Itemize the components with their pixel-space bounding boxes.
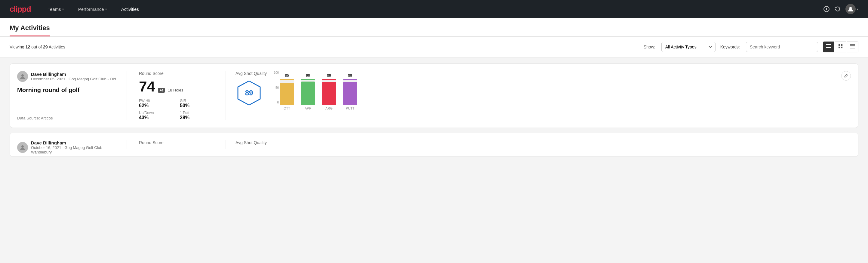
svg-rect-12 <box>850 46 855 46</box>
performance-chevron: ▾ <box>105 7 107 11</box>
nav-icons: ▾ <box>823 4 858 14</box>
round-score-label: Round Score <box>139 71 214 76</box>
quality-chart-area-2: Avg Shot Quality <box>233 140 851 149</box>
y-axis: 100 50 0 <box>272 71 279 104</box>
activity-card-2: Dave Billingham October 16, 2021 · Gog M… <box>10 133 858 157</box>
holes-label: 18 Holes <box>168 88 183 92</box>
nav-teams[interactable]: Teams ▾ <box>45 5 66 13</box>
teams-chevron: ▾ <box>62 7 64 11</box>
toolbar: Viewing 12 out of 29 Activities Show: Al… <box>0 37 868 57</box>
gir-value: 50% <box>180 103 214 108</box>
y-50: 50 <box>276 86 279 89</box>
bar-chart: 100 50 0 85 OTT <box>272 71 832 120</box>
app-bar-track <box>301 79 315 105</box>
putt-value: 89 <box>348 74 352 78</box>
card-left: Dave Billingham December 05, 2021 · Gog … <box>17 71 119 120</box>
score-badge: +4 <box>158 88 165 93</box>
user-avatar <box>17 71 28 82</box>
card-user: Dave Billingham December 05, 2021 · Gog … <box>17 71 119 82</box>
page-header: My Activities <box>0 18 868 37</box>
grid-view-button[interactable] <box>835 41 846 52</box>
arg-bar-track <box>322 79 336 105</box>
updown-stat: Up/Down 43% <box>139 111 173 120</box>
hex-container: 89 <box>236 80 262 107</box>
arg-value: 89 <box>327 74 331 78</box>
stat-grid: FW Hit 62% GIR 50% Up/Down 43% 1 Putt 28… <box>139 99 214 120</box>
card-user-2: Dave Billingham October 16, 2021 · Gog M… <box>17 140 119 154</box>
quality-section: Avg Shot Quality 89 <box>236 71 267 120</box>
arg-bar-top <box>322 79 336 80</box>
ott-bar-track <box>280 79 294 105</box>
nav-performance[interactable]: Performance ▾ <box>76 5 109 13</box>
arg-bar-fill <box>322 82 336 105</box>
user-menu-button[interactable]: ▾ <box>845 4 858 14</box>
fw-hit-stat: FW Hit 62% <box>139 99 173 108</box>
svg-rect-11 <box>850 44 855 45</box>
svg-rect-14 <box>850 48 855 49</box>
page-title: My Activities <box>10 24 50 36</box>
viewing-count-text: Viewing 12 out of 29 Activities <box>10 45 639 49</box>
putt-bar-top <box>343 79 357 80</box>
putt-bar-track <box>343 79 357 105</box>
show-label: Show: <box>644 45 655 49</box>
svg-rect-13 <box>850 47 855 47</box>
putt-bar-fill <box>343 82 357 105</box>
bar-ott: 85 OTT <box>280 74 294 110</box>
keywords-label: Keywords: <box>720 45 740 49</box>
card-stats-2: Round Score <box>134 140 218 149</box>
y-100: 100 <box>274 71 279 74</box>
data-source: Data Source: Arccos <box>17 112 119 120</box>
card-divider-4 <box>225 140 226 149</box>
card-actions <box>841 71 851 120</box>
teams-label: Teams <box>48 7 61 12</box>
activity-type-select[interactable]: All Activity Types <box>661 42 715 52</box>
refresh-button[interactable] <box>835 6 841 12</box>
one-putt-stat: 1 Putt 28% <box>180 111 214 120</box>
user-name: Dave Billingham <box>31 71 116 77</box>
ott-value: 85 <box>285 74 289 78</box>
ott-bar-fill <box>280 83 294 105</box>
keyword-search-input[interactable] <box>746 42 818 52</box>
y-0: 0 <box>277 101 279 104</box>
user-avatar-2 <box>17 142 28 153</box>
bar-app: 90 APP <box>301 74 315 110</box>
svg-rect-5 <box>826 46 831 46</box>
app-bar-fill <box>301 82 315 105</box>
round-score-row: 74 +4 18 Holes <box>139 80 214 94</box>
card-left-2: Dave Billingham October 16, 2021 · Gog M… <box>17 140 119 149</box>
gir-stat: GIR 50% <box>180 99 214 108</box>
arg-label: ARG <box>326 107 333 110</box>
svg-rect-4 <box>826 44 831 45</box>
activity-name: Morning round of golf <box>17 87 119 94</box>
list-view-button[interactable] <box>823 41 834 52</box>
card-divider <box>127 71 127 120</box>
activities-label: Activities <box>121 7 139 12</box>
user-avatar <box>845 4 856 14</box>
svg-rect-8 <box>841 44 842 46</box>
user-date-2: October 16, 2021 · Gog Magog Golf Club -… <box>31 145 119 154</box>
one-putt-label: 1 Putt <box>180 111 214 115</box>
svg-point-3 <box>849 7 852 9</box>
avg-quality-label: Avg Shot Quality <box>236 71 267 76</box>
app-label: APP <box>305 107 311 110</box>
edit-button[interactable] <box>841 71 851 81</box>
add-button[interactable] <box>823 6 830 12</box>
ott-label: OTT <box>284 107 290 110</box>
putt-label: PUTT <box>346 107 354 110</box>
round-score-label-2: Round Score <box>139 140 214 145</box>
user-chevron: ▾ <box>857 7 858 11</box>
quality-chart-area: Avg Shot Quality 89 100 50 0 <box>233 71 834 120</box>
app-value: 90 <box>306 74 310 78</box>
nav-activities[interactable]: Activities <box>119 5 142 13</box>
user-info: Dave Billingham December 05, 2021 · Gog … <box>31 71 116 81</box>
viewing-total: 29 <box>43 45 48 49</box>
compact-view-button[interactable] <box>847 41 858 52</box>
svg-rect-9 <box>839 47 840 48</box>
svg-rect-6 <box>826 47 831 48</box>
activity-card: Dave Billingham December 05, 2021 · Gog … <box>10 63 858 128</box>
navbar: clippd Teams ▾ Performance ▾ Activities <box>0 0 868 18</box>
svg-point-17 <box>21 145 24 148</box>
card-stats: Round Score 74 +4 18 Holes FW Hit 62% GI… <box>134 71 218 120</box>
fw-hit-value: 62% <box>139 103 173 108</box>
performance-label: Performance <box>78 7 104 12</box>
